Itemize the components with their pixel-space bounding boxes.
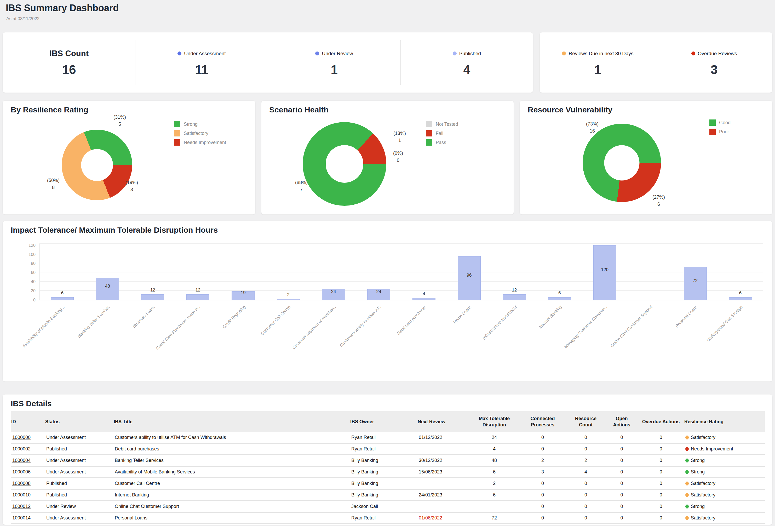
ibs-id-link[interactable]: 1000000 <box>12 435 31 440</box>
chart-title: By Resilience Rating <box>11 105 88 114</box>
donut-row: By Resilience Rating (31%)5 (50%)8 (19%)… <box>3 100 772 214</box>
bar[interactable] <box>141 295 164 300</box>
legend-item-needs-improvement[interactable]: Needs Improvement <box>174 139 226 146</box>
chart-title: Impact Tolerance/ Maximum Tolerable Disr… <box>11 225 218 234</box>
bar[interactable] <box>96 278 119 300</box>
ibs-id-link[interactable]: 1000010 <box>12 492 31 498</box>
bottom-strip <box>0 526 775 532</box>
cell-id: 1000010 <box>11 489 45 501</box>
col-header-open-actions: Open Actions <box>605 411 638 432</box>
kpi-row: IBS Count 16 Under Assessment 11 Under R… <box>3 32 772 93</box>
kpi-value: 11 <box>195 62 208 77</box>
col-header-next-review: Next Review <box>417 411 470 432</box>
cell-max-tolerable: 6 <box>470 466 519 478</box>
kpi-overdue-reviews[interactable]: Overdue Reviews 3 <box>656 40 772 85</box>
legend-item-not-tested[interactable]: Not Tested <box>426 121 458 127</box>
ibs-id-link[interactable]: 1000006 <box>12 469 31 475</box>
bar[interactable] <box>413 298 436 300</box>
kpi-under-review[interactable]: Under Review 1 <box>268 40 401 85</box>
slice-label-satisfactory: (50%)8 <box>36 177 70 191</box>
col-header-resource-count: Resource Count <box>566 411 605 432</box>
cell-next-review <box>417 501 470 512</box>
bar-value-label: 4 <box>423 291 425 297</box>
kpi-reviews-due[interactable]: Reviews Due in next 30 Days 1 <box>540 40 656 85</box>
cell-ibs-owner: Billy Banking <box>350 455 417 466</box>
bar-category-label: Customers ability to utilise AT.. <box>339 305 382 348</box>
bar[interactable] <box>186 295 209 300</box>
slice-label-fail: (13%)1 <box>382 130 417 144</box>
table-row: 1000002 Published Debit card purchases R… <box>11 443 765 455</box>
bar-value-label: 24 <box>331 289 336 295</box>
bar[interactable] <box>277 299 300 300</box>
bar-category-label: Infrastructure Investment <box>482 305 518 341</box>
bar[interactable] <box>729 297 752 300</box>
table-row: 1000010 Published Internet Banking Billy… <box>11 489 765 501</box>
cell-resource-count: 0 <box>566 512 605 524</box>
cell-open-actions: 0 <box>605 478 638 489</box>
cell-id: 1000000 <box>11 432 45 443</box>
slice-label-good: (73%)16 <box>575 120 609 135</box>
chart-title: Scenario Health <box>269 105 328 114</box>
legend-item-pass[interactable]: Pass <box>426 139 458 146</box>
cell-id: 1000012 <box>11 501 45 512</box>
kpi-under-assessment[interactable]: Under Assessment 11 <box>135 40 268 85</box>
kpi-published[interactable]: Published 4 <box>401 40 533 85</box>
legend: Strong Satisfactory Needs Improvement <box>174 121 226 146</box>
bar-slot: 96 Home Loans <box>447 243 492 300</box>
legend-item-strong[interactable]: Strong <box>174 121 226 127</box>
col-header-status: Status <box>45 411 113 432</box>
cell-resilience-rating: Satisfactory <box>684 478 765 489</box>
cell-overdue-actions: 0 <box>638 455 684 466</box>
bar-category-label: Credit Reporting <box>222 305 246 330</box>
legend-item-poor[interactable]: Poor <box>709 129 731 135</box>
bar[interactable] <box>51 297 74 300</box>
bar[interactable] <box>458 256 481 300</box>
cell-ibs-title: Internet Banking <box>113 489 350 501</box>
bar-value-label: 6 <box>61 291 63 296</box>
col-header-title: IBS Title <box>113 411 350 432</box>
kpi-label: Overdue Reviews <box>698 51 737 56</box>
slice-label-strong: (31%)5 <box>103 114 137 128</box>
resource-donut-chart[interactable] <box>583 124 661 202</box>
ibs-id-link[interactable]: 1000002 <box>12 446 31 452</box>
bar[interactable] <box>684 267 707 300</box>
bar-value-label: 6 <box>558 291 561 296</box>
ibs-id-link[interactable]: 1000008 <box>12 481 31 486</box>
bar-value-label: 96 <box>467 273 472 278</box>
kpi-card-status: IBS Count 16 Under Assessment 11 Under R… <box>3 32 533 93</box>
legend-item-satisfactory[interactable]: Satisfactory <box>174 130 226 136</box>
cell-resilience-rating: Satisfactory <box>684 432 765 443</box>
ibs-id-link[interactable]: 1000004 <box>12 458 31 463</box>
ibs-details-card: IBS Details ID Status IBS Title IBS Owne… <box>3 394 772 525</box>
cell-resilience-rating: Strong <box>684 455 765 466</box>
rating-dot-icon <box>685 493 689 497</box>
chart-title: Resource Vulnerability <box>528 105 612 114</box>
page-subtitle: As at 03/11/2022 <box>6 16 39 21</box>
col-header-owner: IBS Owner <box>350 411 417 432</box>
kpi-ibs-count[interactable]: IBS Count 16 <box>3 40 135 85</box>
ibs-id-link[interactable]: 1000012 <box>12 504 31 509</box>
cell-resource-count: 0 <box>566 501 605 512</box>
legend-swatch <box>174 130 180 136</box>
cell-connected-processes: 3 <box>519 466 566 478</box>
slice-label-needs-improvement: (19%)3 <box>115 179 149 193</box>
legend-item-fail[interactable]: Fail <box>426 130 458 136</box>
bar[interactable] <box>593 245 616 300</box>
bar[interactable] <box>503 295 526 300</box>
cell-ibs-title: Availability of Mobile Banking Services <box>113 466 350 478</box>
cell-ibs-title: Customer Call Centre <box>113 478 350 489</box>
rating-dot-icon <box>685 505 689 508</box>
cell-resilience-rating: Strong <box>684 501 765 512</box>
status-dot-icon <box>453 51 457 55</box>
cell-resilience-rating: Strong <box>684 466 765 478</box>
cell-open-actions: 0 <box>605 489 638 501</box>
table-row: 1000012 Under Review Online Chat Custome… <box>11 501 765 512</box>
scenario-donut-chart[interactable] <box>303 122 386 206</box>
table-row: 1000004 Under Assessment Banking Teller … <box>11 455 765 466</box>
bar[interactable] <box>548 297 571 300</box>
bar-slot: 120 Managing Customer Complain.. <box>582 243 627 300</box>
ibs-id-link[interactable]: 1000014 <box>12 515 31 521</box>
bar-category-label: Personal Loans <box>675 305 698 328</box>
legend-item-good[interactable]: Good <box>709 119 731 126</box>
cell-ibs-owner: Ryan Retail <box>350 512 417 524</box>
